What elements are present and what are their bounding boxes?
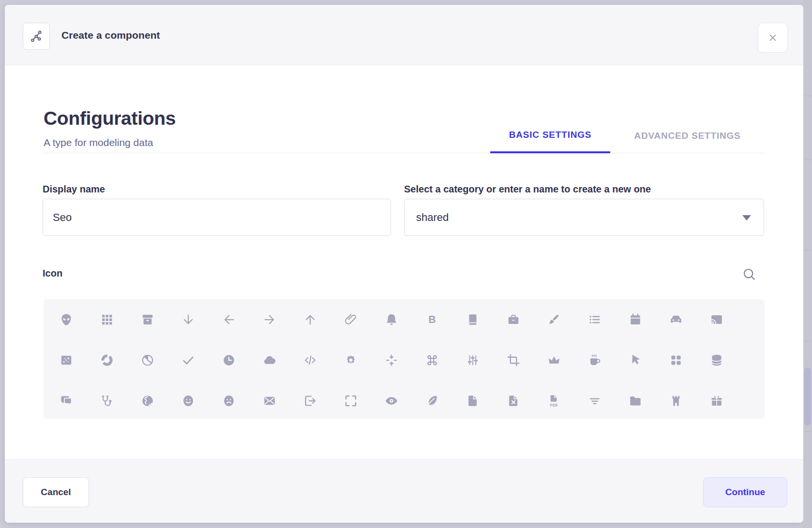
cloud-icon[interactable] <box>255 346 284 375</box>
tab-advanced-settings[interactable]: ADVANCED SETTINGS <box>627 118 748 153</box>
chart-bubble-icon[interactable] <box>52 346 81 375</box>
dashboard-icon[interactable] <box>662 346 691 375</box>
crown-icon[interactable] <box>540 346 569 375</box>
file-error-icon[interactable] <box>499 386 528 415</box>
bell-icon[interactable] <box>377 305 406 334</box>
book-icon[interactable] <box>458 305 487 334</box>
display-name-input[interactable] <box>43 199 391 236</box>
cast-icon[interactable] <box>702 305 731 334</box>
file-icon[interactable] <box>458 386 487 415</box>
discuss-icon[interactable] <box>52 386 81 415</box>
scrollbar-line <box>803 341 812 341</box>
emotion-happy-icon[interactable] <box>174 386 203 415</box>
car-icon[interactable] <box>662 305 691 334</box>
collapse-icon[interactable] <box>377 346 406 375</box>
search-icon <box>741 266 757 282</box>
earth-icon[interactable] <box>133 386 162 415</box>
command-icon[interactable] <box>418 346 447 375</box>
briefcase-icon[interactable] <box>499 305 528 334</box>
bullet-list-icon[interactable] <box>580 305 609 334</box>
brush-icon[interactable] <box>540 305 569 334</box>
folder-icon[interactable] <box>621 386 650 415</box>
filter-icon[interactable] <box>580 386 609 415</box>
crop-icon[interactable] <box>499 346 528 375</box>
close-icon <box>767 32 779 44</box>
arrow-up-icon[interactable] <box>296 305 325 334</box>
cog-icon[interactable] <box>336 346 365 375</box>
attachment-icon[interactable] <box>336 305 365 334</box>
emotion-unhappy-icon[interactable] <box>214 386 243 415</box>
archive-icon[interactable] <box>133 305 162 334</box>
category-select[interactable]: shared <box>404 199 764 236</box>
alien-icon[interactable] <box>52 305 81 334</box>
category-label: Select a category or enter a name to cre… <box>404 184 651 195</box>
svg-text:PDF: PDF <box>550 403 558 408</box>
code-icon[interactable] <box>296 346 325 375</box>
svg-text:B: B <box>428 314 436 325</box>
section-title: Configurations <box>44 108 176 129</box>
component-icon <box>23 23 50 50</box>
tab-basic-settings[interactable]: BASIC SETTINGS <box>490 118 610 153</box>
cancel-button[interactable]: Cancel <box>23 477 89 507</box>
bold-icon[interactable]: B <box>418 305 447 334</box>
section-subtitle: A type for modeling data <box>44 137 153 148</box>
page-scrollbar[interactable] <box>803 0 812 528</box>
arrow-left-icon[interactable] <box>214 305 243 334</box>
database-icon[interactable] <box>702 346 731 375</box>
doctor-icon[interactable] <box>92 386 121 415</box>
cursor-icon[interactable] <box>621 346 650 375</box>
envelope-icon[interactable] <box>255 386 284 415</box>
file-pdf-icon[interactable]: PDF <box>540 386 569 415</box>
chart-circle-icon[interactable] <box>92 346 121 375</box>
expand-icon[interactable] <box>336 386 365 415</box>
category-selected-value: shared <box>416 211 449 224</box>
calendar-icon[interactable] <box>621 305 650 334</box>
check-icon[interactable] <box>174 346 203 375</box>
chart-pie-icon[interactable] <box>133 346 162 375</box>
scrollbar-line <box>803 160 812 160</box>
grid-icon[interactable] <box>92 305 121 334</box>
clock-icon[interactable] <box>214 346 243 375</box>
scrollbar-line <box>803 431 812 432</box>
dialog-footer: Cancel Continue <box>5 459 803 523</box>
cup-icon[interactable] <box>580 346 609 375</box>
icon-picker-grid: BPDF <box>44 299 765 419</box>
feather-icon[interactable] <box>418 386 447 415</box>
gate-icon[interactable] <box>662 386 691 415</box>
close-button[interactable] <box>758 23 788 53</box>
arrow-down-icon[interactable] <box>174 305 203 334</box>
exit-icon[interactable] <box>296 386 325 415</box>
icon-search-button[interactable] <box>740 265 758 283</box>
arrow-right-icon[interactable] <box>255 305 284 334</box>
create-component-dialog: Create a component Configurations A type… <box>5 5 803 523</box>
chevron-down-icon <box>742 215 751 220</box>
eye-icon[interactable] <box>377 386 406 415</box>
scrollbar-line <box>803 96 812 96</box>
scrollbar-line <box>803 250 812 250</box>
display-name-label: Display name <box>43 184 105 195</box>
sliders-icon[interactable] <box>458 346 487 375</box>
dialog-title: Create a component <box>61 5 160 65</box>
scrollbar-thumb[interactable] <box>804 367 811 425</box>
dialog-header: Create a component <box>5 5 803 65</box>
continue-button[interactable]: Continue <box>703 477 787 507</box>
gift-icon[interactable] <box>702 386 731 415</box>
icon-field-label: Icon <box>43 268 62 279</box>
